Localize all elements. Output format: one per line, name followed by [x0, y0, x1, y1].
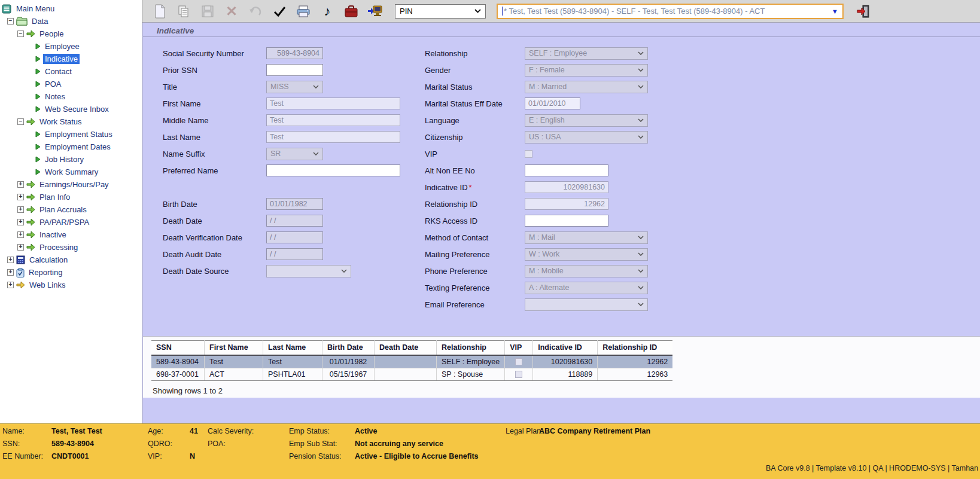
gender-select[interactable]: F : Female: [525, 64, 648, 77]
tree-item-job-history[interactable]: Job History: [0, 153, 142, 166]
tree-item-plan-accruals[interactable]: + Plan Accruals: [0, 203, 142, 216]
collapse-icon[interactable]: −: [17, 118, 24, 125]
tree-item-employment-status[interactable]: Employment Status: [0, 128, 142, 141]
status-emp-status-label: Emp Status:: [289, 427, 330, 435]
name-suffix-select[interactable]: SR: [266, 148, 323, 160]
tree-item-work-summary[interactable]: Work Summary: [0, 166, 142, 178]
col-header-death-date[interactable]: Death Date: [375, 341, 437, 356]
death-verification-date-field[interactable]: / /: [266, 231, 323, 243]
audit-note-button[interactable]: ♪: [319, 4, 335, 19]
exit-button[interactable]: [856, 4, 871, 19]
rks-access-id-field[interactable]: [525, 215, 608, 227]
tree-item-poa[interactable]: POA: [0, 78, 142, 90]
alt-non-ee-no-field[interactable]: [525, 164, 608, 176]
tree-item-data[interactable]: − Data: [0, 15, 142, 28]
death-date-source-select[interactable]: [266, 265, 351, 277]
col-header-last-name[interactable]: Last Name: [263, 341, 322, 356]
col-header-relationship[interactable]: Relationship: [437, 341, 505, 356]
table-row-selected[interactable]: 589-43-8904 Test Test 01/01/1982 SELF : …: [151, 355, 672, 368]
gender-select-value: F : Female: [529, 66, 565, 74]
tree-item-label: Web Links: [28, 280, 67, 290]
expand-icon[interactable]: +: [7, 282, 14, 288]
tree-item-inactive[interactable]: + Inactive: [0, 228, 142, 241]
death-date-field[interactable]: / /: [266, 215, 323, 227]
tree-item-contact[interactable]: Contact: [0, 65, 142, 78]
table-row[interactable]: 698-37-0001 ACT PSHTLA01 05/15/1967 SP :…: [151, 368, 672, 381]
tree-item-people[interactable]: − People: [0, 28, 142, 40]
collapse-icon[interactable]: −: [17, 30, 24, 37]
tree-item-plan-info[interactable]: + Plan Info: [0, 191, 142, 203]
member-combo[interactable]: * Test, Test Test (589-43-8904) - SELF -…: [497, 4, 844, 19]
export-button[interactable]: [367, 4, 383, 19]
col-header-first-name[interactable]: First Name: [205, 341, 263, 356]
relationship-select[interactable]: SELF : Employee: [525, 47, 648, 60]
vip-row-checkbox[interactable]: [515, 358, 522, 365]
email-preference-select[interactable]: [525, 298, 648, 311]
web-links-arrow-icon: [16, 281, 25, 289]
tree-item-employment-dates[interactable]: Employment Dates: [0, 141, 142, 153]
print-button[interactable]: [296, 4, 311, 19]
middle-name-field[interactable]: Test: [266, 114, 400, 126]
expand-icon[interactable]: +: [17, 244, 24, 251]
first-name-field[interactable]: Test: [266, 97, 400, 109]
marital-status-select[interactable]: M : Married: [525, 81, 648, 93]
expand-icon[interactable]: +: [17, 231, 24, 238]
expand-icon[interactable]: +: [7, 257, 14, 263]
ssn-field[interactable]: 589-43-8904: [266, 47, 323, 59]
briefcase-button[interactable]: [343, 4, 359, 19]
new-document-button[interactable]: [152, 4, 168, 19]
chevron-down-icon: [638, 236, 644, 239]
tree-item-calculation[interactable]: + Calculation: [0, 254, 142, 266]
method-of-contact-select[interactable]: M : Mail: [525, 231, 648, 244]
death-audit-date-field[interactable]: / /: [266, 248, 323, 260]
prior-ssn-label: Prior SSN: [163, 66, 266, 75]
prior-ssn-field[interactable]: [266, 64, 323, 76]
tree-item-label-selected: Indicative: [43, 54, 80, 64]
last-name-field[interactable]: Test: [266, 131, 400, 143]
vip-checkbox[interactable]: [525, 150, 532, 158]
tree-item-earnings-hours-pay[interactable]: + Earnings/Hours/Pay: [0, 178, 142, 191]
tree-item-web-links[interactable]: + Web Links: [0, 279, 142, 291]
vip-row-checkbox[interactable]: [515, 371, 522, 378]
indicative-id-field[interactable]: 1020981630: [525, 181, 608, 193]
cell-vip: [505, 368, 533, 381]
birth-date-field[interactable]: 01/01/1982: [266, 198, 323, 210]
preferred-name-field[interactable]: [266, 164, 400, 176]
col-header-birth-date[interactable]: Birth Date: [322, 341, 375, 356]
dropdown-triangle-icon[interactable]: ▼: [832, 8, 838, 15]
delete-button[interactable]: ✕: [224, 4, 239, 19]
tree-item-main-menu[interactable]: Main Menu: [0, 2, 142, 15]
expand-icon[interactable]: +: [17, 206, 24, 213]
mailing-preference-select[interactable]: W : Work: [525, 248, 648, 261]
tree-item-web-secure-inbox[interactable]: Web Secure Inbox: [0, 103, 142, 115]
tree-item-indicative[interactable]: Indicative: [0, 53, 142, 65]
relationship-id-field[interactable]: 12962: [525, 198, 608, 210]
col-header-vip[interactable]: VIP: [505, 341, 533, 356]
language-select[interactable]: E : English: [525, 114, 648, 127]
marital-status-eff-date-field[interactable]: 01/01/2010: [525, 97, 580, 109]
tree-item-employee[interactable]: Employee: [0, 40, 142, 53]
expand-icon[interactable]: +: [17, 194, 24, 200]
title-select[interactable]: MISS: [266, 81, 323, 93]
indicative-id-label-text: Indicative ID: [425, 183, 468, 192]
tree-item-notes[interactable]: Notes: [0, 90, 142, 103]
tree-item-work-status[interactable]: − Work Status: [0, 115, 142, 128]
texting-preference-select[interactable]: A : Alternate: [525, 282, 648, 294]
col-header-indicative-id[interactable]: Indicative ID: [533, 341, 598, 356]
undo-button[interactable]: [248, 4, 263, 19]
tree-item-pa-par-pspa[interactable]: + PA/PAR/PSPA: [0, 216, 142, 228]
tree-item-reporting[interactable]: + Reporting: [0, 266, 142, 279]
expand-icon[interactable]: +: [17, 181, 24, 188]
citizenship-select[interactable]: US : USA: [525, 131, 648, 144]
validate-button[interactable]: [272, 4, 287, 19]
copy-button[interactable]: [176, 4, 191, 19]
collapse-icon[interactable]: −: [7, 18, 14, 25]
search-type-select[interactable]: PIN: [395, 4, 486, 19]
tree-item-processing[interactable]: + Processing: [0, 241, 142, 254]
col-header-ssn[interactable]: SSN: [151, 341, 205, 356]
col-header-relationship-id[interactable]: Relationship ID: [598, 341, 673, 356]
save-button[interactable]: [200, 4, 215, 19]
phone-preference-select[interactable]: M : Mobile: [525, 265, 648, 277]
expand-icon[interactable]: +: [17, 219, 24, 225]
expand-icon[interactable]: +: [7, 269, 14, 276]
